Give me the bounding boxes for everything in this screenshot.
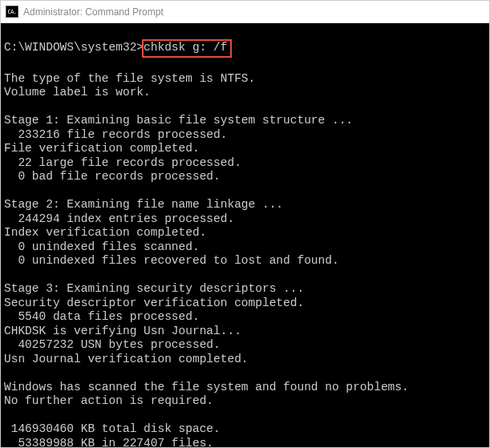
titlebar[interactable]: CA. Administrator: Command Prompt — [1, 1, 489, 23]
output-line: File verification completed. — [4, 142, 200, 155]
command-text: chkdsk g: /f — [144, 41, 227, 54]
output-line: Usn Journal verification completed. — [4, 353, 249, 365]
output-line: 0 unindexed files scanned. — [4, 240, 200, 253]
output-line: Windows has scanned the file system and … — [4, 381, 409, 394]
output-line: 146930460 KB total disk space. — [4, 422, 221, 435]
output-line: The type of the file system is NTFS. — [4, 72, 255, 85]
cmd-icon-text: CA. — [7, 9, 16, 15]
terminal-output[interactable]: C:\WINDOWS\system32>chkdsk g: /f The typ… — [1, 23, 489, 448]
output-line: CHKDSK is verifying Usn Journal... — [4, 325, 241, 337]
cmd-icon: CA. — [6, 6, 18, 18]
command-prompt-window: CA. Administrator: Command Prompt C:\WIN… — [0, 0, 490, 448]
output-line: No further action is required. — [4, 394, 213, 407]
output-line: 0 bad file records processed. — [4, 170, 221, 183]
output-line: Stage 1: Examining basic file system str… — [4, 114, 353, 127]
output-line: Stage 2: Examining file name linkage ... — [4, 198, 283, 211]
output-line: 5540 data files processed. — [4, 310, 200, 323]
output-line: Stage 3: Examining security descriptors … — [4, 282, 304, 295]
output-line: 0 unindexed files recovered to lost and … — [4, 254, 339, 267]
output-line: Security descriptor verification complet… — [4, 297, 304, 309]
command-highlight: chkdsk g: /f — [142, 39, 232, 59]
output-line: 233216 file records processed. — [4, 128, 227, 141]
prompt-line: C:\WINDOWS\system32>chkdsk g: /f — [4, 39, 486, 59]
output-line: 244294 index entries processed. — [4, 212, 234, 225]
output-line: Index verification completed. — [4, 226, 206, 239]
output-line: 40257232 USN bytes processed. — [4, 338, 221, 351]
output-line: Volume label is work. — [4, 86, 151, 99]
output-line: 22 large file records processed. — [4, 156, 241, 169]
prompt-path: C:\WINDOWS\system32> — [4, 41, 144, 55]
output-line: 53389988 KB in 227407 files. — [4, 437, 213, 449]
window-title: Administrator: Command Prompt — [23, 6, 164, 18]
